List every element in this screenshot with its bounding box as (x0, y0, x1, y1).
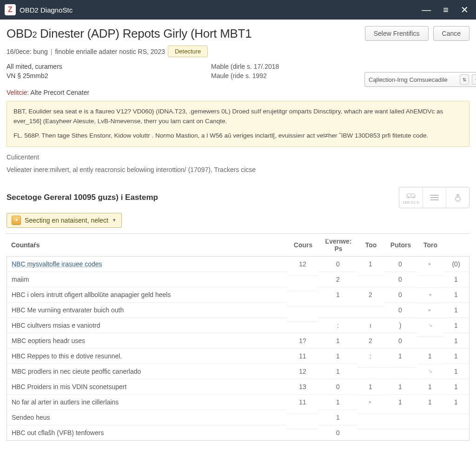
row-label: HBC Reppes to this e dotive resunnel. (7, 348, 287, 364)
row-cell: 1? (287, 333, 318, 348)
select-frentifics-button[interactable]: Selew Frentifics (365, 26, 429, 41)
row-cell: : (318, 317, 357, 333)
row-cell (417, 337, 443, 344)
row-cell (383, 367, 417, 375)
page-title: OBD2 Dinester (ADP) Repots Girly (Hort M… (7, 26, 365, 41)
list-view-icon[interactable] (423, 187, 446, 208)
row-label: maiim (7, 271, 287, 287)
row-cell: 1 (443, 271, 469, 287)
svg-point-0 (408, 197, 409, 198)
row-cell (318, 306, 357, 314)
chevron-down-icon[interactable]: ▾ (472, 74, 476, 85)
table-row[interactable]: HBC ciultvers msias e vaniotrd:ı)↘1 (7, 317, 469, 333)
row-cell (287, 291, 318, 298)
row-cell (417, 429, 443, 436)
row-cell: 0 (318, 257, 357, 271)
svg-rect-5 (430, 199, 439, 200)
row-cell: : (357, 348, 383, 364)
row-cell: 2 (318, 271, 357, 287)
row-label: Sendeo heus (7, 410, 287, 425)
info-mable-date2: Maule (ride s. 1992 (211, 72, 355, 87)
collection-select[interactable]: Cąllection-Irng Comsuecadile ⇅ ▾ (364, 72, 476, 87)
row-cell (287, 321, 318, 329)
row-cell: 2 (357, 333, 383, 348)
culicentent-label: Culicentent (7, 152, 469, 162)
row-cell: 1 (417, 379, 443, 394)
highlight-notice: BBT, Eoulider sea seat e is a flaureo V1… (7, 101, 469, 147)
row-label: HBC ciultvers msias e vaniotrd (7, 317, 287, 333)
row-cell (417, 413, 443, 421)
row-cell (287, 413, 318, 421)
stepper-icon[interactable]: ⇅ (460, 74, 469, 85)
row-cell: 0 (383, 287, 417, 302)
row-cell: ) (383, 317, 417, 333)
row-cell: 12 (287, 257, 318, 271)
table-row[interactable]: HBC Reppes to this e dotive resunnel.111… (7, 348, 469, 364)
row-cell: 2 (357, 287, 383, 302)
sub-header-line: 16/0ece: bung | finoble enrialle adater … (7, 46, 469, 57)
row-cell: 1 (357, 257, 383, 271)
table-row[interactable]: HBC out cflašh (VFB) tenfowers0 (7, 425, 469, 440)
chevron-down-icon: ▼ (112, 218, 117, 223)
row-cell (287, 306, 318, 314)
table-row[interactable]: HBC Proiders in mis VDIN sconetsupert130… (7, 379, 469, 394)
filter-icon: ✦ (12, 216, 21, 225)
row-cell: 1 (443, 364, 469, 379)
row-cell (287, 275, 318, 283)
svg-rect-4 (430, 197, 439, 198)
row-cell: 1 (383, 379, 417, 394)
info-mable-date1: Mable (dirle s. 17/.2018 (211, 63, 355, 70)
table-row[interactable]: MBC prodlers in nec cieute peoffic caner… (7, 364, 469, 379)
table-row[interactable]: HBC Me vurniing entvarater buich outh0▸1 (7, 302, 469, 317)
row-cell: ◂ (417, 287, 443, 301)
table-row[interactable]: MBC eoptiers headr uses1?1201 (7, 333, 469, 348)
minimize-icon[interactable]: — (422, 5, 431, 14)
row-cell: 11 (287, 394, 318, 410)
row-cell: 0 (383, 257, 417, 271)
row-cell: 12 (287, 364, 318, 379)
car-view-icon[interactable]: LER O1'S (399, 187, 423, 208)
row-cell: 1 (318, 410, 357, 425)
row-cell: 0 (318, 379, 357, 394)
app-logo: Z (5, 4, 16, 15)
row-label: HBC i olers intrutt ofigert allbolūte an… (7, 287, 287, 302)
window-title: OBD2 DiagnoStc (20, 6, 422, 14)
seecting-select[interactable]: ✦ Seecting en nataisent, nelect ▼ (7, 213, 122, 228)
row-cell: 1 (318, 333, 357, 348)
cancel-button[interactable]: Cance (433, 26, 469, 41)
detector-button[interactable]: Detecture (168, 46, 208, 57)
row-cell: 1 (383, 394, 417, 410)
row-cell (443, 413, 469, 421)
row-cell: 11 (287, 348, 318, 364)
row-label[interactable]: NBC mysvaltofle irasuee codes (7, 257, 287, 271)
table-row[interactable]: No far al arter in autlers ine cillerlai… (7, 394, 469, 410)
row-cell: ▸ (417, 257, 443, 271)
row-cell (357, 275, 383, 283)
table-header: Countaŕs Cours Ľverıwe: Ps Too Putors To… (7, 233, 469, 257)
row-cell: 1 (443, 317, 469, 333)
close-icon[interactable]: ✕ (461, 5, 469, 14)
row-cell (357, 413, 383, 421)
table-row[interactable]: NBC mysvaltofle irasuee codes12010▸(0) (7, 257, 469, 271)
row-cell: ▸ (417, 303, 443, 317)
row-cell: 1 (318, 394, 357, 410)
table-row[interactable]: maiim201 (7, 271, 469, 287)
row-cell: 1 (417, 394, 443, 410)
row-cell (417, 275, 443, 283)
export-icon[interactable] (446, 187, 469, 208)
row-cell: ↘ (417, 318, 443, 332)
row-label: HBC out cflašh (VFB) tenfowers (7, 425, 287, 440)
menu-icon[interactable]: ≡ (443, 5, 449, 14)
row-cell: ı (357, 317, 383, 333)
table-row[interactable]: HBC i olers intrutt ofigert allbolūte an… (7, 287, 469, 302)
row-cell: 1 (443, 287, 469, 302)
row-cell (383, 413, 417, 421)
view-icons-group: LER O1'S (399, 187, 469, 208)
row-cell: ↘ (417, 364, 443, 378)
row-cell: 1 (443, 333, 469, 348)
info-vn: VN § 25mmb2 (7, 72, 202, 87)
row-cell (357, 306, 383, 314)
row-cell: 1 (443, 379, 469, 394)
row-cell: (0) (443, 257, 469, 271)
table-row[interactable]: Sendeo heus1 (7, 410, 469, 425)
